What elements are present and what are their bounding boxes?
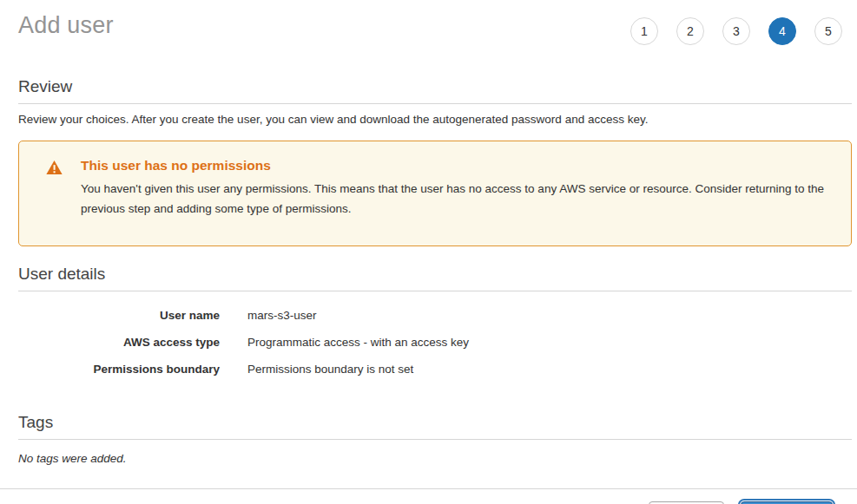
wizard-header: Add user 12345 [0, 0, 857, 45]
detail-value: mars-s3-user [247, 309, 317, 322]
warning-triangle-icon [46, 158, 81, 228]
review-section: Review Review your choices. After you cr… [18, 77, 852, 126]
detail-value: Programmatic access - with an access key [247, 336, 469, 349]
detail-label: User name [18, 309, 220, 322]
warning-title: This user has no permissions [81, 158, 827, 173]
tags-section: Tags No tags were added. [18, 413, 852, 465]
detail-row: User namemars-s3-user [18, 302, 852, 329]
review-page: Review Review your choices. After you cr… [18, 77, 852, 465]
page-title: Add user [18, 12, 114, 39]
detail-row: AWS access typeProgrammatic access - wit… [18, 329, 852, 356]
step-5[interactable]: 5 [814, 17, 842, 45]
step-3[interactable]: 3 [722, 17, 750, 45]
step-1[interactable]: 1 [630, 17, 658, 45]
detail-value: Permissions boundary is not set [247, 363, 413, 376]
detail-label: Permissions boundary [18, 363, 220, 376]
detail-label: AWS access type [18, 336, 220, 349]
wizard-step-indicator: 12345 [630, 17, 842, 45]
step-4[interactable]: 4 [768, 17, 796, 45]
step-2[interactable]: 2 [676, 17, 704, 45]
tags-heading: Tags [18, 413, 852, 432]
wizard-footer: Cancel Previous Create user [0, 489, 857, 504]
section-divider [18, 291, 852, 291]
section-divider [18, 439, 852, 440]
review-description: Review your choices. After you create th… [18, 113, 852, 126]
warning-body: You haven't given this user any permissi… [81, 180, 827, 219]
no-permissions-warning: This user has no permissions You haven't… [18, 141, 852, 246]
tags-empty-note: No tags were added. [18, 452, 852, 465]
user-details-section: User details User namemars-s3-userAWS ac… [18, 265, 852, 383]
detail-row: Permissions boundaryPermissions boundary… [18, 356, 852, 383]
section-divider [18, 103, 852, 104]
user-details-rows: User namemars-s3-userAWS access typeProg… [18, 302, 852, 383]
warning-text: This user has no permissions You haven't… [81, 158, 827, 228]
user-details-heading: User details [18, 265, 852, 284]
review-heading: Review [18, 77, 852, 96]
